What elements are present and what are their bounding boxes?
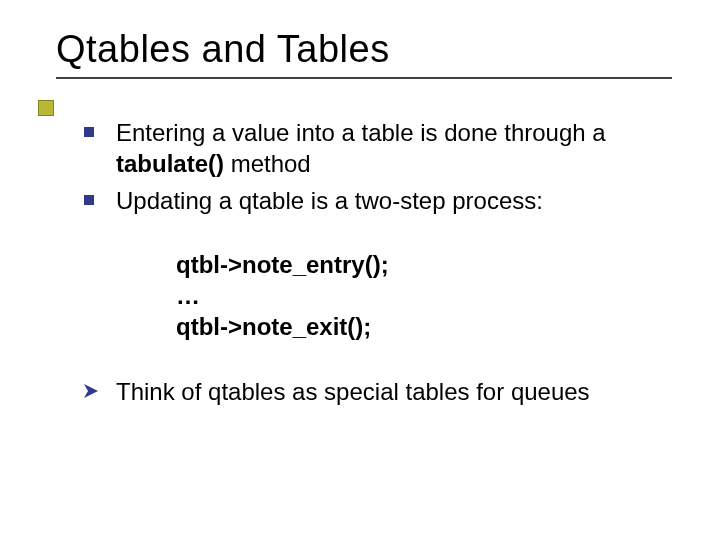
svg-marker-0 [84, 384, 98, 398]
bullet-text: Think of qtables as special tables for q… [116, 376, 590, 407]
list-item: Entering a value into a table is done th… [56, 117, 672, 179]
bullet-text-pre: Entering a value into a table is done th… [116, 119, 606, 146]
code-block: qtbl->note_entry(); … qtbl->note_exit(); [176, 249, 672, 343]
slide: Qtables and Tables Entering a value into… [0, 0, 720, 540]
list-item: Think of qtables as special tables for q… [56, 376, 672, 407]
arrow-bullet-icon [84, 384, 98, 398]
code-line: qtbl->note_exit(); [176, 311, 672, 342]
accent-square-icon [38, 100, 54, 116]
code-line: qtbl->note_entry(); [176, 249, 672, 280]
bullet-text-post: method [224, 150, 311, 177]
bullet-text-bold: tabulate() [116, 150, 224, 177]
body: Entering a value into a table is done th… [56, 117, 672, 407]
square-bullet-icon [84, 127, 94, 137]
list-item: Updating a qtable is a two-step process: [56, 185, 672, 216]
code-line: … [176, 280, 672, 311]
bullet-text: Updating a qtable is a two-step process: [116, 185, 543, 216]
slide-title: Qtables and Tables [56, 28, 672, 71]
bullet-text: Entering a value into a table is done th… [116, 117, 672, 179]
title-underline [56, 77, 672, 79]
title-block: Qtables and Tables [56, 28, 672, 79]
square-bullet-icon [84, 195, 94, 205]
